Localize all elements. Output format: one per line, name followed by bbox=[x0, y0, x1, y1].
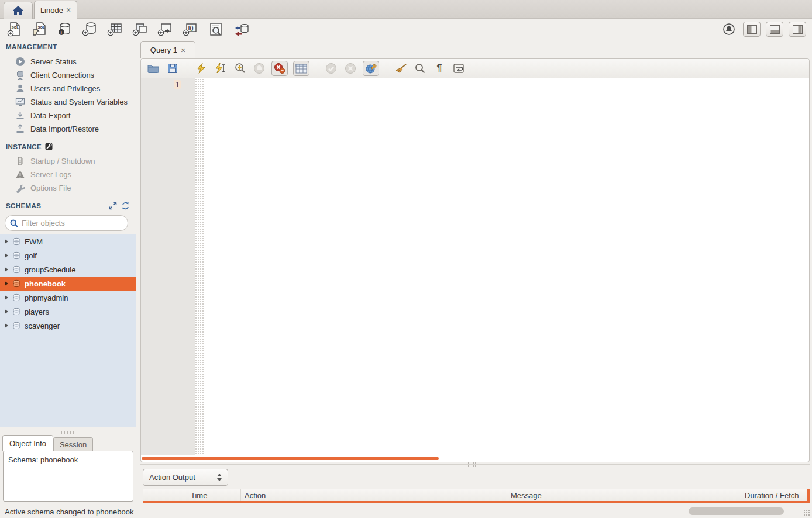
limit-rows-icon bbox=[295, 64, 307, 74]
reconnect-dbms-button[interactable] bbox=[232, 21, 250, 37]
schema-item-groupschedule[interactable]: groupSchedule bbox=[0, 263, 136, 277]
status-variables-icon bbox=[15, 97, 25, 107]
toggle-autocommit-button[interactable] bbox=[363, 61, 379, 76]
schema-item-fwm[interactable]: FWM bbox=[0, 234, 136, 248]
new-sql-tab-button[interactable]: SQL bbox=[6, 21, 23, 37]
commit-button[interactable] bbox=[324, 61, 338, 76]
stop-button[interactable] bbox=[252, 61, 266, 76]
output-type-select[interactable]: Action Output bbox=[143, 469, 228, 486]
output-scroll-thumb[interactable] bbox=[689, 507, 784, 515]
stop-icon bbox=[253, 63, 265, 74]
expand-arrow-icon[interactable] bbox=[5, 309, 8, 314]
schema-item-phpmyadmin[interactable]: phpmyadmin bbox=[0, 291, 136, 305]
expand-arrow-icon[interactable] bbox=[5, 267, 8, 272]
editor-hscrollbar[interactable] bbox=[142, 457, 439, 460]
sidebar-item-client-connections[interactable]: Client Connections bbox=[0, 68, 136, 82]
home-tab[interactable] bbox=[4, 2, 33, 19]
window-resize-grip[interactable] bbox=[803, 509, 810, 516]
query-tab-close-icon[interactable]: × bbox=[181, 46, 185, 54]
schema-inspector-button[interactable]: i bbox=[56, 21, 74, 37]
expand-arrow-icon[interactable] bbox=[5, 323, 8, 328]
toggle-continue-on-error-button[interactable] bbox=[271, 61, 288, 76]
open-sql-script-icon: SQL bbox=[32, 22, 47, 37]
query-tab[interactable]: Query 1 × bbox=[140, 41, 195, 58]
schema-item-players[interactable]: players bbox=[0, 305, 136, 319]
data-import-icon bbox=[15, 124, 25, 134]
toggle-bottom-panel-icon bbox=[770, 25, 780, 34]
open-script-button[interactable] bbox=[146, 61, 160, 76]
options-file-icon bbox=[15, 183, 25, 193]
output-col-action[interactable]: Action bbox=[241, 489, 507, 501]
toggle-wrap-button[interactable] bbox=[452, 61, 466, 76]
schemas-section-title: SCHEMAS bbox=[6, 202, 41, 209]
output-col-status[interactable] bbox=[143, 489, 152, 501]
info-panel-tabs: Object Info Session bbox=[2, 435, 93, 451]
toggle-right-sidebar-button[interactable] bbox=[789, 22, 806, 37]
sidebar-item-users-and-privileges[interactable]: Users and Privileges bbox=[0, 82, 136, 95]
expand-arrow-icon[interactable] bbox=[5, 253, 8, 258]
connection-tab-linode[interactable]: Linode × bbox=[34, 1, 77, 19]
output-col-time[interactable]: Time bbox=[187, 489, 241, 501]
limit-rows-button[interactable] bbox=[293, 61, 309, 76]
open-sql-script-button[interactable]: SQL bbox=[31, 21, 49, 37]
output-hscrollbar[interactable] bbox=[143, 501, 807, 503]
tab-session[interactable]: Session bbox=[53, 437, 93, 451]
execute-icon bbox=[197, 63, 206, 74]
schemas-refresh-button[interactable] bbox=[121, 202, 130, 210]
wrap-text-icon bbox=[453, 64, 464, 73]
editor-output-splitter[interactable] bbox=[140, 462, 810, 467]
schema-filter bbox=[5, 215, 128, 231]
management-section: Server Status Client Connections Users a… bbox=[0, 55, 136, 136]
create-schema-button[interactable] bbox=[81, 21, 99, 37]
output-col-duration[interactable]: Duration / Fetch bbox=[741, 489, 807, 501]
expand-arrow-icon[interactable] bbox=[5, 281, 8, 286]
svg-text:SQL: SQL bbox=[38, 26, 46, 29]
execute-current-button[interactable] bbox=[214, 61, 228, 76]
sql-editor-area[interactable] bbox=[205, 78, 809, 455]
rollback-button[interactable] bbox=[343, 61, 357, 76]
explain-button[interactable] bbox=[233, 61, 247, 76]
create-view-button[interactable] bbox=[132, 21, 149, 37]
connection-tab-close-icon[interactable]: × bbox=[66, 6, 71, 14]
expand-arrow-icon[interactable] bbox=[5, 295, 8, 300]
create-procedure-button[interactable] bbox=[157, 21, 174, 37]
continue-on-error-icon bbox=[274, 63, 285, 74]
sidebar-item-data-export[interactable]: Data Export bbox=[0, 109, 136, 122]
expand-arrow-icon[interactable] bbox=[5, 239, 8, 244]
startup-shutdown-icon bbox=[15, 156, 25, 166]
toggle-invisibles-button[interactable]: ¶ bbox=[432, 61, 446, 76]
execute-button[interactable] bbox=[194, 61, 208, 76]
sidebar-item-startup-shutdown[interactable]: Startup / Shutdown bbox=[0, 154, 136, 168]
line-number: 1 bbox=[174, 80, 181, 89]
create-function-button[interactable]: f() bbox=[182, 21, 199, 37]
schemas-expand-button[interactable] bbox=[109, 202, 117, 210]
schema-item-golf[interactable]: golf bbox=[0, 248, 136, 263]
sidebar-item-status-system-variables[interactable]: Status and System Variables bbox=[0, 95, 136, 109]
toggle-left-sidebar-button[interactable] bbox=[743, 22, 761, 37]
search-table-data-button[interactable] bbox=[207, 21, 225, 37]
sql-editor-panel: ¶ 1 bbox=[140, 58, 810, 462]
schema-filter-input[interactable] bbox=[22, 219, 109, 227]
sidebar-item-options-file[interactable]: Options File bbox=[0, 181, 136, 195]
sidebar-splitter-grip[interactable] bbox=[61, 431, 75, 434]
sidebar-item-data-import-restore[interactable]: Data Import/Restore bbox=[0, 122, 136, 136]
beautify-button[interactable] bbox=[394, 61, 408, 76]
splitter-grip[interactable] bbox=[468, 462, 476, 464]
output-vscrollbar[interactable] bbox=[807, 489, 810, 503]
notifications-button[interactable] bbox=[720, 21, 738, 37]
instance-wrench-badge-icon bbox=[45, 143, 53, 150]
toggle-bottom-panel-button[interactable] bbox=[766, 22, 783, 37]
output-col-message[interactable]: Message bbox=[507, 489, 741, 501]
create-table-button[interactable] bbox=[106, 21, 124, 37]
schema-item-scavenger[interactable]: scavenger bbox=[0, 319, 136, 333]
save-script-button[interactable] bbox=[166, 61, 180, 76]
sidebar-item-server-logs[interactable]: Server Logs bbox=[0, 168, 136, 181]
tab-object-info[interactable]: Object Info bbox=[2, 435, 53, 451]
output-col-index[interactable] bbox=[152, 489, 187, 501]
navigator-sidebar: MANAGEMENT Server Status Client Connecti… bbox=[0, 40, 136, 505]
find-button[interactable] bbox=[413, 61, 427, 76]
commit-icon bbox=[325, 63, 337, 74]
connection-tab-bar: Linode × bbox=[0, 0, 812, 19]
sidebar-item-server-status[interactable]: Server Status bbox=[0, 55, 136, 68]
schema-item-phonebook[interactable]: phonebook bbox=[0, 277, 136, 291]
